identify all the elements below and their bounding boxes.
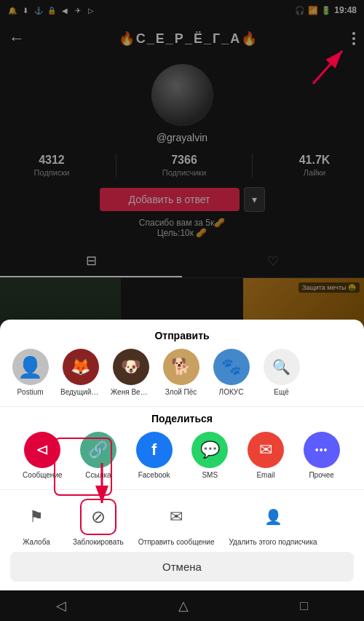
sms-icon: 💬 bbox=[200, 440, 220, 459]
more-options-icon: ••• bbox=[315, 444, 328, 456]
share-message[interactable]: ⊲ Сообщение bbox=[23, 432, 63, 479]
contact-label-more: Ещё bbox=[274, 388, 288, 396]
share-circle-sms: 💬 bbox=[191, 432, 228, 468]
report-icon-container: ⚑ bbox=[18, 499, 55, 535]
share-more[interactable]: ••• Прочее bbox=[301, 432, 341, 479]
share-label-sms: SMS bbox=[202, 471, 218, 479]
actions-row: ⚑ Жалоба ⊘ Заблокировать ✉ Отправить соо… bbox=[0, 493, 364, 547]
block-icon: ⊘ bbox=[91, 507, 106, 527]
action-label-report: Жалоба bbox=[23, 538, 50, 546]
share-label-message: Сообщение bbox=[23, 471, 62, 479]
share-circle-fb: f bbox=[136, 432, 173, 468]
share-facebook[interactable]: f Facebook bbox=[134, 432, 174, 479]
block-icon-container: ⊘ bbox=[80, 499, 116, 535]
contact-5[interactable]: 🐾 ЛОКУС bbox=[211, 349, 251, 396]
link-icon: 🔗 bbox=[88, 440, 108, 459]
action-block[interactable]: ⊘ Заблокировать bbox=[73, 499, 124, 546]
share-label-link: Ссылка bbox=[85, 471, 111, 479]
contact-avatar-4: 🐕 bbox=[163, 349, 199, 385]
search-icon: 🔍 bbox=[272, 358, 290, 376]
divider-2 bbox=[0, 489, 364, 490]
sendmsg-icon: ✉ bbox=[170, 507, 183, 526]
contact-label-3: Женя Верген bbox=[111, 388, 151, 396]
share-label-fb: Facebook bbox=[138, 471, 170, 479]
share-link[interactable]: 🔗 Ссылка bbox=[78, 432, 118, 479]
share-email[interactable]: ✉ Email bbox=[245, 432, 285, 479]
message-icon: ⊲ bbox=[36, 440, 49, 459]
share-circle-email: ✉ bbox=[248, 432, 284, 468]
share-circle-message: ⊲ bbox=[24, 432, 60, 468]
contact-2[interactable]: 🦊 Ведущий Саша Хоро… bbox=[60, 349, 100, 396]
cancel-button[interactable]: Отмена bbox=[10, 552, 354, 582]
report-flag-icon: ⚑ bbox=[29, 507, 44, 526]
action-remove[interactable]: 👤 Удалить этого подписчика bbox=[229, 499, 317, 546]
sendmsg-icon-container: ✉ bbox=[158, 499, 194, 535]
contact-avatar-postium: 👤 bbox=[12, 349, 49, 385]
share-circle-link: 🔗 bbox=[80, 432, 116, 468]
email-icon: ✉ bbox=[259, 440, 272, 459]
action-sendmsg[interactable]: ✉ Отправить сообщение bbox=[138, 499, 215, 546]
action-label-sendmsg: Отправить сообщение bbox=[138, 538, 215, 546]
contact-4[interactable]: 🐕 Злой Пёс bbox=[161, 349, 201, 396]
action-report[interactable]: ⚑ Жалоба bbox=[15, 499, 58, 546]
divider-1 bbox=[0, 406, 364, 407]
remove-icon-container: 👤 bbox=[255, 499, 291, 535]
share-sms[interactable]: 💬 SMS bbox=[190, 432, 230, 479]
contact-label-2: Ведущий Саша Хоро… bbox=[60, 388, 100, 396]
share-circle-more: ••• bbox=[304, 432, 340, 468]
cancel-btn-row: Отмена bbox=[0, 547, 364, 586]
action-label-block: Заблокировать bbox=[73, 538, 124, 546]
contact-more[interactable]: 🔍 Ещё bbox=[261, 349, 301, 396]
contact-label-postium: Postium bbox=[17, 388, 43, 396]
share-icons-row: ⊲ Сообщение 🔗 Ссылка f Facebook 💬 SMS ✉ bbox=[0, 429, 364, 486]
send-section-title: Отправить bbox=[0, 320, 364, 346]
share-label-more: Прочее bbox=[309, 471, 333, 479]
share-label-email: Email bbox=[256, 471, 274, 479]
contacts-scroll: 👤 Postium 🦊 Ведущий Саша Хоро… 🐶 Женя Ве… bbox=[0, 346, 364, 403]
share-section-title: Поделиться bbox=[0, 410, 364, 429]
bottom-sheet: Отправить 👤 Postium 🦊 Ведущий Саша Хоро…… bbox=[0, 320, 364, 590]
contact-avatar-2: 🦊 bbox=[63, 349, 99, 385]
contact-avatar-5: 🐾 bbox=[213, 349, 250, 385]
contact-3[interactable]: 🐶 Женя Верген bbox=[111, 349, 151, 396]
contact-avatar-3: 🐶 bbox=[113, 349, 149, 385]
contact-label-4: Злой Пёс bbox=[165, 388, 197, 396]
action-label-remove: Удалить этого подписчика bbox=[229, 538, 317, 546]
remove-follower-icon: 👤 bbox=[264, 508, 282, 526]
contact-postium[interactable]: 👤 Postium bbox=[10, 349, 50, 396]
facebook-icon: f bbox=[151, 440, 157, 459]
contact-label-5: ЛОКУС bbox=[219, 388, 244, 396]
search-circle: 🔍 bbox=[264, 349, 300, 385]
